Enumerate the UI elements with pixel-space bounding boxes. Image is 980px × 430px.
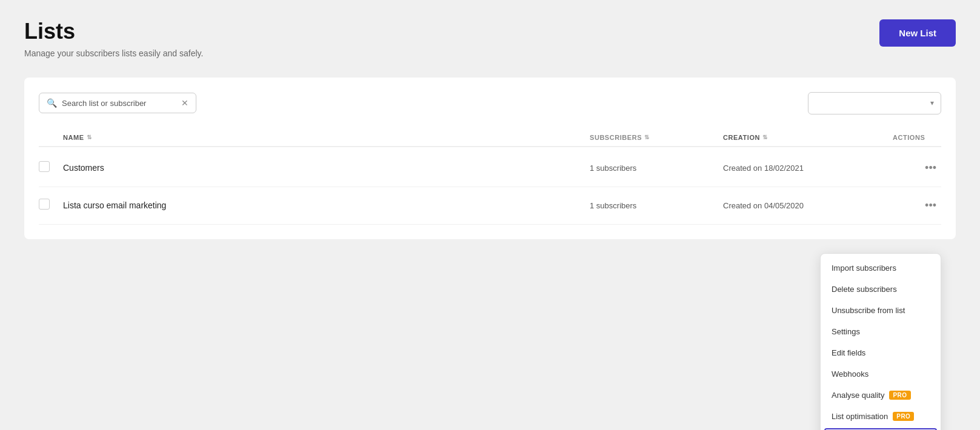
row-checkbox-2[interactable]	[39, 199, 50, 210]
dropdown-menu: Import subscribers Delete subscribers Un…	[820, 253, 941, 430]
sort-name-icon: ⇅	[87, 134, 92, 141]
page-title: Lists	[24, 19, 203, 44]
row-checkbox-1[interactable]	[39, 161, 50, 172]
dropdown-item-webhooks[interactable]: Webhooks	[821, 363, 941, 385]
col-header-checkbox	[39, 134, 63, 141]
pro-badge-optimisation: PRO	[893, 412, 914, 421]
dropdown-item-import-subscribers[interactable]: Import subscribers	[821, 257, 941, 279]
row-creation-2: Created on 04/05/2020	[723, 201, 893, 210]
sort-subscribers-icon: ⇅	[644, 134, 650, 141]
row-subscribers-2: 1 subscribers	[590, 201, 723, 210]
table-row: Lista curso email marketing 1 subscriber…	[39, 187, 941, 225]
row-actions-2: •••	[893, 197, 941, 214]
main-card: 🔍 ✕ Select an action Import subscribers …	[24, 78, 956, 239]
action-select-wrapper: Select an action Import subscribers Dele…	[808, 92, 941, 114]
row-checkbox-wrapper[interactable]	[39, 161, 63, 174]
row-actions-1: •••	[893, 159, 941, 177]
page-header: Lists Manage your subscribers lists easi…	[24, 19, 956, 58]
sort-creation-icon: ⇅	[762, 134, 768, 141]
new-list-button[interactable]: New List	[879, 19, 956, 47]
row-subscribers-1: 1 subscribers	[590, 164, 723, 173]
dropdown-item-edit-fields[interactable]: Edit fields	[821, 342, 941, 363]
row-name-1: Customers	[63, 163, 590, 173]
col-header-subscribers[interactable]: SUBSCRIBERS ⇅	[590, 134, 723, 141]
search-box[interactable]: 🔍 ✕	[39, 93, 196, 113]
search-input[interactable]	[62, 99, 178, 108]
dropdown-item-settings[interactable]: Settings	[821, 321, 941, 342]
page-subtitle: Manage your subscribers lists easily and…	[24, 48, 203, 58]
clear-search-icon[interactable]: ✕	[181, 98, 188, 108]
row-checkbox-wrapper-2[interactable]	[39, 199, 63, 212]
action-select[interactable]: Select an action Import subscribers Dele…	[808, 92, 941, 114]
more-button-1[interactable]: •••	[920, 159, 941, 177]
dropdown-item-analyse-quality[interactable]: Analyse quality PRO	[821, 385, 941, 406]
pro-badge-analyse: PRO	[889, 391, 910, 400]
row-name-2: Lista curso email marketing	[63, 200, 590, 210]
search-icon: 🔍	[47, 98, 57, 108]
row-creation-1: Created on 18/02/2021	[723, 164, 893, 173]
header-left: Lists Manage your subscribers lists easi…	[24, 19, 203, 58]
col-header-creation[interactable]: CREATION ⇅	[723, 134, 893, 141]
dropdown-item-list-optimisation[interactable]: List optimisation PRO	[821, 406, 941, 427]
table-header: NAME ⇅ SUBSCRIBERS ⇅ CREATION ⇅ ACTIONS	[39, 129, 941, 147]
table-row: Customers 1 subscribers Created on 18/02…	[39, 150, 941, 187]
dropdown-item-duplicate-list[interactable]: Duplicate list	[824, 428, 937, 430]
dropdown-item-unsubscribe[interactable]: Unsubscribe from list	[821, 300, 941, 321]
col-header-actions: ACTIONS	[893, 134, 941, 141]
dropdown-item-delete-subscribers[interactable]: Delete subscribers	[821, 279, 941, 300]
more-button-2[interactable]: •••	[920, 197, 941, 214]
col-header-name[interactable]: NAME ⇅	[63, 134, 590, 141]
toolbar: 🔍 ✕ Select an action Import subscribers …	[39, 92, 941, 114]
